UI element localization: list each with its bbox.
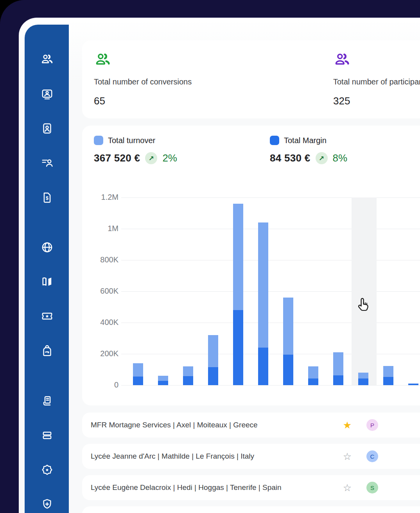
chart-bar-margin-segment — [133, 377, 143, 385]
y-axis-label: 200K — [82, 349, 118, 358]
sidebar-item-people-group[interactable] — [38, 50, 56, 68]
chart-bar-margin-segment — [208, 367, 218, 385]
kpi-participants: Total number of participants 325 — [333, 40, 420, 118]
y-axis-label: 800K — [82, 255, 118, 264]
sidebar-item-ticket-star[interactable] — [38, 307, 56, 325]
chart-bar-12[interactable] — [408, 384, 418, 385]
chart-bar-margin-segment — [358, 378, 368, 385]
chart-bar-11[interactable] — [383, 366, 393, 385]
legend-label: Total turnover — [108, 136, 155, 145]
trend-percentage: 2% — [162, 152, 177, 164]
star-outline-icon[interactable]: ☆ — [340, 483, 354, 493]
legend-total-margin[interactable]: Total Margin 84 530 € ↗ 8% — [270, 136, 420, 164]
sidebar-item-backpack[interactable] — [38, 342, 56, 359]
chart-bar-1[interactable] — [133, 363, 143, 385]
y-axis-label: 600K — [82, 287, 118, 295]
receipt-icon — [41, 395, 54, 407]
list-item-text: Lycée Eugène Delacroix | Hedi | Hoggas |… — [91, 483, 282, 492]
list-item[interactable]: MFR Mortagne Services | Axel | Moiteaux … — [82, 413, 420, 438]
people-group-icon — [41, 53, 54, 66]
star-outline-icon[interactable]: ☆ — [340, 452, 354, 461]
chart-bar-8[interactable] — [308, 366, 318, 385]
stacked-cards-icon — [41, 429, 54, 442]
sidebar-item-seal-star[interactable] — [38, 461, 56, 478]
sidebar-item-stacked-cards[interactable] — [38, 427, 56, 444]
chart-bar-margin-segment — [233, 310, 243, 385]
chart-bar-margin-segment — [158, 381, 168, 385]
star-filled-icon[interactable]: ★ — [340, 420, 354, 430]
kpi-label: Total number of participants — [333, 77, 420, 86]
kpi-label: Total number of conversions — [94, 77, 192, 86]
legend-swatch-icon — [270, 136, 279, 145]
chart-bar-margin-segment — [183, 376, 193, 385]
chart-bar-3[interactable] — [183, 366, 193, 385]
chart-bar-7[interactable] — [283, 298, 293, 385]
kpi-card: Total number of conversions 65 Total num… — [82, 40, 420, 118]
legend-value: 367 520 € — [94, 152, 140, 164]
sidebar-item-invoice[interactable]: $ — [38, 189, 56, 206]
list-item[interactable]: Lycée Eugène Delacroix | Hedi | Hoggas |… — [82, 475, 420, 500]
chart-bar-4[interactable] — [208, 335, 218, 385]
chart-bar-10[interactable] — [358, 373, 368, 385]
avatar[interactable]: P — [366, 419, 378, 431]
chart-card: Total turnover 367 520 € ↗ 2% Total Marg… — [82, 126, 420, 405]
sidebar-item-contact-card[interactable] — [38, 85, 56, 102]
y-axis-label: 400K — [82, 318, 118, 326]
bar-chart-plot — [121, 197, 420, 385]
list-item-text: MFR Mortagne Services | Axel | Moiteaux … — [91, 421, 258, 429]
shield-plus-icon — [41, 498, 54, 511]
legend-label: Total Margin — [284, 136, 327, 145]
ticket-star-icon — [41, 310, 54, 323]
y-axis-label: 0 — [82, 380, 118, 389]
hover-highlight-band — [352, 197, 377, 385]
list-item-text: Lycée Jeanne d'Arc | Mathilde | Le Franç… — [91, 452, 254, 461]
legend-total-turnover[interactable]: Total turnover 367 520 € ↗ 2% — [94, 136, 262, 164]
sidebar-item-globe[interactable] — [38, 239, 56, 256]
chart-bar-9[interactable] — [333, 352, 343, 385]
invoice-icon: $ — [41, 191, 54, 204]
kpi-value: 325 — [333, 95, 350, 107]
kpi-value: 65 — [94, 95, 105, 107]
y-axis-label: 1M — [82, 224, 118, 233]
sidebar-item-list-person[interactable] — [38, 154, 56, 171]
chart-bar-margin-segment — [408, 384, 418, 385]
sidebar-item-open-book[interactable] — [38, 273, 56, 290]
seal-star-icon — [41, 463, 54, 476]
gridline — [121, 385, 420, 386]
chart-bar-margin-segment — [283, 355, 293, 385]
chart-bar-6[interactable] — [258, 222, 268, 385]
list-person-icon — [41, 156, 54, 169]
chart-bar-5[interactable] — [233, 204, 243, 385]
y-axis-label: 1.2M — [82, 193, 118, 201]
open-book-icon — [41, 275, 54, 288]
svg-text:$: $ — [45, 196, 48, 201]
people-group-icon — [333, 51, 351, 68]
list-item-partial[interactable] — [82, 506, 420, 513]
chart-bar-margin-segment — [333, 375, 343, 385]
trend-up-arrow-icon: ↗ — [316, 152, 328, 164]
list-item[interactable]: Lycée Jeanne d'Arc | Mathilde | Le Franç… — [82, 444, 420, 469]
backpack-icon — [41, 344, 54, 357]
contact-card-icon — [41, 88, 54, 100]
dashboard-page: $ Total number of conversions 65 Total n… — [0, 0, 420, 513]
chart-bar-margin-segment — [383, 377, 393, 385]
avatar[interactable]: S — [366, 482, 378, 493]
kpi-conversions: Total number of conversions 65 — [94, 40, 274, 118]
people-group-icon — [94, 51, 112, 68]
legend-value: 84 530 € — [270, 152, 311, 164]
globe-icon — [41, 241, 54, 254]
sidebar-item-portrait[interactable] — [38, 120, 56, 137]
chart-bar-margin-segment — [258, 348, 268, 385]
chart-bar-2[interactable] — [158, 376, 168, 385]
chart-bar-margin-segment — [308, 378, 318, 385]
sidebar-item-shield-plus[interactable] — [38, 495, 56, 513]
trend-percentage: 8% — [333, 152, 348, 164]
sidebar: $ — [25, 25, 69, 513]
portrait-icon — [41, 122, 54, 135]
avatar[interactable]: C — [366, 450, 378, 462]
trend-up-arrow-icon: ↗ — [145, 152, 157, 164]
sidebar-item-receipt[interactable] — [38, 392, 56, 409]
legend-swatch-icon — [94, 136, 103, 145]
